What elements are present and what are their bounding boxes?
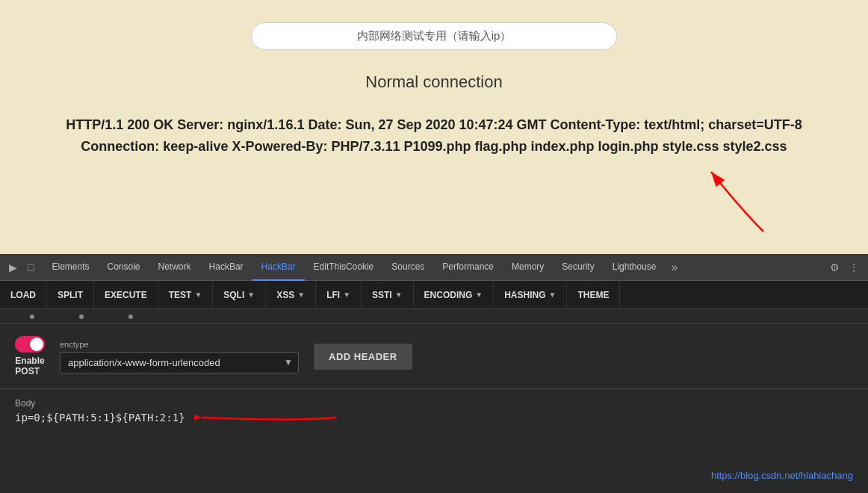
panel-icon[interactable]: □ [25,258,37,276]
tab-editthiscookie[interactable]: EditThisCookie [305,254,383,281]
body-red-arrow [194,403,344,432]
toggle-container: EnablePOST [15,336,45,376]
search-bar[interactable]: 内部网络测试专用（请输入ip） [251,22,617,50]
body-value: ip=0;${PATH:5:1}${PATH:2:1} [15,412,853,424]
test-arrow: ▼ [194,291,202,299]
tab-console[interactable]: Console [99,254,149,281]
hackbar-ssti-btn[interactable]: SSTI ▼ [362,281,414,309]
toggle-label: EnablePOST [15,356,44,376]
devtools-icons-right: ⚙ ⋮ [821,258,868,276]
dot-1 [30,314,34,319]
settings-icon[interactable]: ⚙ [827,258,843,276]
xss-arrow: ▼ [297,291,305,299]
enable-post-toggle[interactable] [15,336,45,353]
dots-row [0,309,868,324]
tab-hackbar-active[interactable]: HackBar [252,254,305,281]
hackbar-execute-btn[interactable]: EXECUTE [94,281,158,309]
hackbar-load-btn[interactable]: LOAD [0,281,47,309]
sqli-arrow: ▼ [247,291,255,299]
tab-sources[interactable]: Sources [382,254,433,281]
more-options-icon[interactable]: ⋮ [846,258,862,276]
http-response-text: HTTP/1.1 200 OK Server: nginx/1.16.1 Dat… [23,114,845,158]
body-section: Body ip=0;${PATH:5:1}${PATH:2:1} https:/… [0,389,868,493]
lfi-arrow: ▼ [343,291,350,299]
ssti-arrow: ▼ [395,291,403,299]
post-section: EnablePOST enctype application/x-www-for… [0,324,868,389]
select-wrapper: application/x-www-form-urlencoded ▼ [60,352,299,373]
add-header-button[interactable]: ADD HEADER [314,344,412,370]
tab-performance[interactable]: Performance [433,254,503,281]
tab-lighthouse[interactable]: Lighthouse [604,254,666,281]
dot-2 [79,314,84,319]
hackbar-lfi-btn[interactable]: LFI ▼ [316,281,362,309]
hackbar-hashing-btn[interactable]: HASHING ▼ [494,281,567,309]
csdn-link[interactable]: https://blog.csdn.net/hiahiachang [711,470,853,481]
tab-network[interactable]: Network [149,254,200,281]
encoding-arrow: ▼ [475,291,483,299]
hackbar-split-btn[interactable]: SPLIT [47,281,94,309]
browser-content: 内部网络测试专用（请输入ip） Normal connection HTTP/1… [0,0,868,254]
cursor-icon[interactable]: ▶ [6,258,20,276]
tab-security[interactable]: Security [553,254,603,281]
tab-hackbar-1[interactable]: HackBar [200,254,252,281]
tab-memory[interactable]: Memory [503,254,553,281]
hackbar-test-btn[interactable]: TEST ▼ [158,281,214,309]
enctype-section: enctype application/x-www-form-urlencode… [60,340,299,373]
tab-elements[interactable]: Elements [43,254,98,281]
enctype-label: enctype [60,340,299,349]
devtools-panel: ▶ □ Elements Console Network HackBar Hac… [0,254,868,493]
hackbar-xss-btn[interactable]: XSS ▼ [266,281,316,309]
tab-more[interactable]: » [665,261,683,274]
devtools-tab-bar: ▶ □ Elements Console Network HackBar Hac… [0,254,868,281]
normal-connection-text: Normal connection [365,72,502,92]
hackbar-sqli-btn[interactable]: SQLI ▼ [213,281,266,309]
hackbar-toolbar: LOAD SPLIT EXECUTE TEST ▼ SQLI ▼ XSS ▼ L… [0,281,868,309]
enctype-select[interactable]: application/x-www-form-urlencoded [60,352,299,373]
dot-3 [128,314,133,319]
devtools-icons-left: ▶ □ [0,258,43,276]
hashing-arrow: ▼ [549,291,557,299]
body-label: Body [15,398,853,409]
hackbar-encoding-btn[interactable]: ENCODING ▼ [414,281,495,309]
red-arrow-annotation [681,164,771,239]
hackbar-theme-btn[interactable]: THEME [567,281,620,309]
